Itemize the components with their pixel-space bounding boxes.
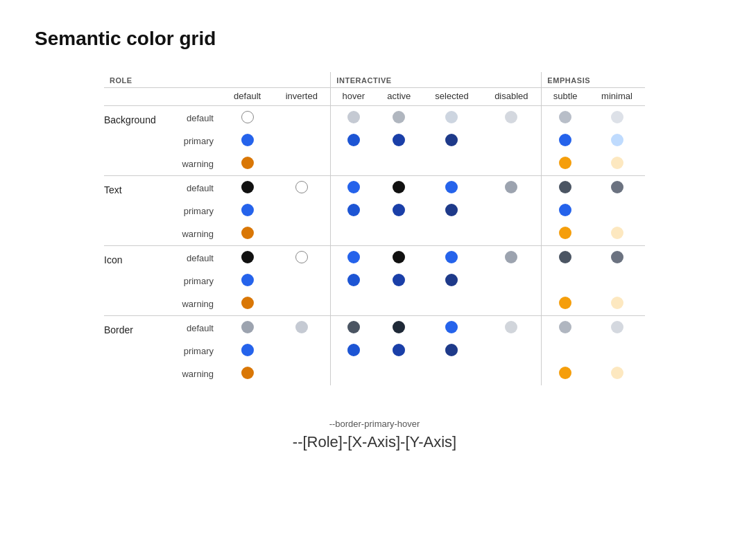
dot-icon-primary-selected — [445, 274, 458, 286]
dot-cell-background-primary-subtle — [542, 130, 589, 152]
sub-label-default: default — [166, 176, 222, 200]
table-row: warning — [104, 362, 645, 385]
dot-cell-border-default-default — [222, 316, 273, 340]
dot-cell-text-primary-active — [376, 200, 422, 222]
dot-background-default-subtle — [559, 111, 571, 123]
dot-cell-text-primary-disabled — [481, 200, 541, 222]
dot-cell-icon-primary-minimal — [589, 270, 645, 292]
dot-cell-icon-warning-hover — [331, 292, 376, 316]
section-label-border — [104, 340, 166, 362]
dot-cell-border-default-minimal — [589, 316, 645, 340]
dot-cell-border-warning-minimal — [589, 362, 645, 385]
dot-cell-text-primary-selected — [422, 200, 482, 222]
dot-cell-border-primary-selected — [422, 340, 482, 362]
dot-cell-border-primary-subtle — [542, 340, 589, 362]
dot-cell-background-warning-disabled — [481, 152, 541, 176]
dot-background-default-disabled — [505, 111, 517, 123]
col-header-hover: hover — [331, 88, 376, 106]
dot-cell-border-warning-hover — [331, 362, 376, 385]
dot-cell-text-default-active — [376, 176, 422, 200]
table-row: primary — [104, 130, 645, 152]
sub-label-primary: primary — [166, 340, 222, 362]
dot-cell-icon-warning-selected — [422, 292, 482, 316]
dot-background-default-active — [393, 111, 405, 123]
dot-cell-text-primary-inverted — [273, 200, 331, 222]
dot-icon-default-default — [241, 251, 254, 263]
col-header-minimal: minimal — [589, 88, 645, 106]
dot-border-primary-selected — [445, 344, 458, 356]
dot-cell-background-primary-selected — [422, 130, 482, 152]
dot-icon-warning-default — [241, 297, 254, 309]
dot-cell-border-default-disabled — [481, 316, 541, 340]
dot-cell-background-warning-active — [376, 152, 422, 176]
dot-cell-text-default-disabled — [481, 176, 541, 200]
dot-cell-border-primary-minimal — [589, 340, 645, 362]
dot-cell-border-default-selected — [422, 316, 482, 340]
section-label-background — [104, 130, 166, 152]
dot-icon-primary-active — [393, 274, 405, 286]
section-label-icon: Icon — [104, 246, 166, 270]
dot-cell-text-warning-hover — [331, 222, 376, 246]
dot-cell-text-default-default — [222, 176, 273, 200]
emphasis-header: EMPHASIS — [542, 72, 645, 88]
dot-background-primary-default — [241, 134, 254, 146]
sub-label-warning: warning — [166, 152, 222, 176]
dot-cell-border-warning-disabled — [481, 362, 541, 385]
dot-cell-icon-primary-hover — [331, 270, 376, 292]
dot-border-warning-subtle — [559, 367, 571, 379]
table-row: Backgrounddefault — [104, 106, 645, 130]
dot-cell-background-warning-selected — [422, 152, 482, 176]
dot-cell-border-warning-default — [222, 362, 273, 385]
dot-icon-default-hover — [347, 251, 360, 263]
dot-cell-icon-warning-active — [376, 292, 422, 316]
col-header-default: default — [222, 88, 273, 106]
table-row: primary — [104, 270, 645, 292]
dot-text-default-default — [241, 181, 254, 193]
dot-cell-border-warning-active — [376, 362, 422, 385]
sub-label-default: default — [166, 246, 222, 270]
dot-cell-icon-primary-selected — [422, 270, 482, 292]
sub-label-primary: primary — [166, 270, 222, 292]
dot-text-default-hover — [347, 181, 360, 193]
dot-cell-icon-default-default — [222, 246, 273, 270]
col-header-selected: selected — [422, 88, 482, 106]
dot-cell-background-primary-minimal — [589, 130, 645, 152]
dot-text-primary-active — [393, 204, 405, 216]
dot-icon-default-subtle — [559, 251, 571, 263]
dot-cell-text-primary-subtle — [542, 200, 589, 222]
table-row: Textdefault — [104, 176, 645, 200]
dot-icon-default-inverted — [295, 251, 308, 263]
dot-border-primary-hover — [347, 344, 360, 356]
dot-cell-text-warning-inverted — [273, 222, 331, 246]
role-header: ROLE — [104, 72, 222, 88]
dot-cell-text-warning-selected — [422, 222, 482, 246]
dot-cell-icon-default-inverted — [273, 246, 331, 270]
dot-cell-text-warning-subtle — [542, 222, 589, 246]
dot-border-primary-default — [241, 344, 254, 356]
table-row: warning — [104, 222, 645, 246]
dot-cell-icon-default-disabled — [481, 246, 541, 270]
dot-background-default-selected — [445, 111, 458, 123]
sub-label-warning: warning — [166, 362, 222, 385]
dot-background-warning-default — [241, 157, 254, 169]
table-row: warning — [104, 152, 645, 176]
section-label-text: Text — [104, 176, 166, 200]
dot-background-warning-subtle — [559, 157, 571, 169]
dot-cell-text-default-inverted — [273, 176, 331, 200]
dot-text-primary-selected — [445, 204, 458, 216]
dot-background-primary-hover — [347, 134, 360, 146]
dot-cell-text-primary-hover — [331, 200, 376, 222]
dot-icon-primary-hover — [347, 274, 360, 286]
dot-cell-icon-primary-default — [222, 270, 273, 292]
dot-cell-text-default-subtle — [542, 176, 589, 200]
dot-text-default-selected — [445, 181, 458, 193]
dot-cell-text-warning-active — [376, 222, 422, 246]
dot-border-default-hover — [347, 321, 360, 333]
sub-label-default: default — [166, 106, 222, 130]
dot-cell-background-warning-minimal — [589, 152, 645, 176]
dot-text-default-active — [393, 181, 405, 193]
dot-text-default-minimal — [611, 181, 623, 193]
dot-cell-text-primary-minimal — [589, 200, 645, 222]
dot-cell-border-default-active — [376, 316, 422, 340]
dot-border-default-subtle — [559, 321, 571, 333]
